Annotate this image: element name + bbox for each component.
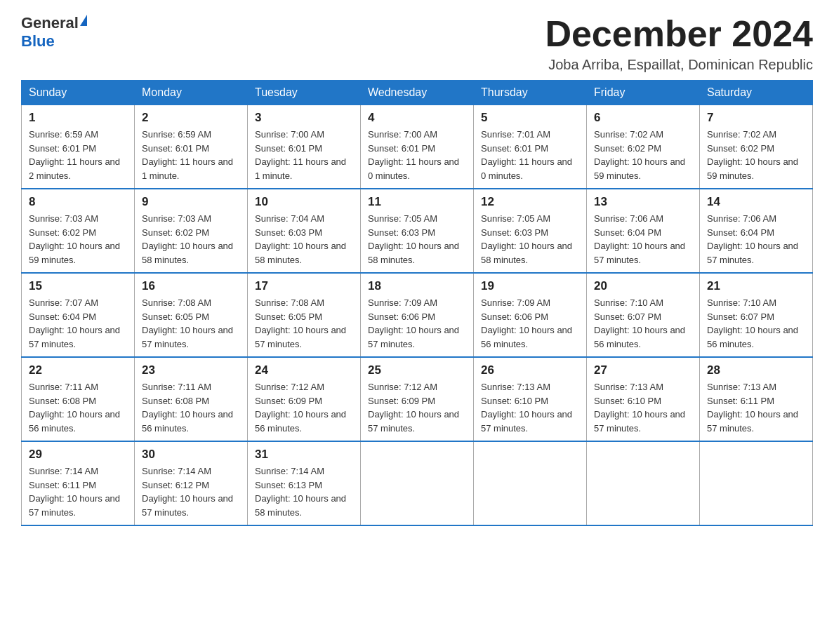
day-number: 26 bbox=[481, 363, 579, 377]
day-info: Sunrise: 7:14 AM Sunset: 6:12 PM Dayligh… bbox=[142, 464, 240, 519]
day-info: Sunrise: 7:05 AM Sunset: 6:03 PM Dayligh… bbox=[368, 212, 466, 267]
calendar-day-header: Friday bbox=[587, 81, 700, 105]
calendar-week-row: 29 Sunrise: 7:14 AM Sunset: 6:11 PM Dayl… bbox=[22, 441, 813, 525]
logo-general-text: General bbox=[21, 14, 79, 32]
day-info: Sunrise: 7:02 AM Sunset: 6:02 PM Dayligh… bbox=[707, 128, 805, 182]
calendar-week-row: 8 Sunrise: 7:03 AM Sunset: 6:02 PM Dayli… bbox=[22, 189, 813, 273]
day-number: 9 bbox=[142, 195, 240, 209]
day-number: 8 bbox=[29, 195, 127, 209]
calendar-day-header: Tuesday bbox=[248, 81, 361, 105]
day-number: 24 bbox=[255, 363, 353, 377]
logo-blue-text: Blue bbox=[21, 32, 55, 51]
day-info: Sunrise: 7:13 AM Sunset: 6:11 PM Dayligh… bbox=[707, 380, 805, 435]
day-number: 27 bbox=[594, 363, 692, 377]
calendar-day-header: Wednesday bbox=[361, 81, 474, 105]
day-number: 16 bbox=[142, 279, 240, 293]
day-number: 10 bbox=[255, 195, 353, 209]
day-number: 28 bbox=[707, 363, 805, 377]
day-number: 11 bbox=[368, 195, 466, 209]
calendar-cell: 12 Sunrise: 7:05 AM Sunset: 6:03 PM Dayl… bbox=[474, 189, 587, 273]
day-number: 5 bbox=[481, 111, 579, 125]
calendar-cell: 2 Sunrise: 6:59 AM Sunset: 6:01 PM Dayli… bbox=[135, 105, 248, 189]
calendar-cell: 15 Sunrise: 7:07 AM Sunset: 6:04 PM Dayl… bbox=[22, 273, 135, 357]
calendar-cell bbox=[474, 441, 587, 525]
calendar-day-header: Monday bbox=[135, 81, 248, 105]
calendar-cell: 20 Sunrise: 7:10 AM Sunset: 6:07 PM Dayl… bbox=[587, 273, 700, 357]
month-title: December 2024 bbox=[545, 14, 813, 54]
day-info: Sunrise: 7:02 AM Sunset: 6:02 PM Dayligh… bbox=[594, 128, 692, 182]
title-area: December 2024 Joba Arriba, Espaillat, Do… bbox=[545, 14, 813, 73]
day-number: 17 bbox=[255, 279, 353, 293]
calendar-cell: 18 Sunrise: 7:09 AM Sunset: 6:06 PM Dayl… bbox=[361, 273, 474, 357]
page-header: General Blue December 2024 Joba Arriba, … bbox=[21, 14, 813, 73]
day-number: 15 bbox=[29, 279, 127, 293]
day-number: 21 bbox=[707, 279, 805, 293]
day-info: Sunrise: 7:10 AM Sunset: 6:07 PM Dayligh… bbox=[707, 296, 805, 351]
calendar-cell: 27 Sunrise: 7:13 AM Sunset: 6:10 PM Dayl… bbox=[587, 357, 700, 441]
day-number: 30 bbox=[142, 448, 240, 462]
day-info: Sunrise: 7:03 AM Sunset: 6:02 PM Dayligh… bbox=[29, 212, 127, 267]
day-number: 23 bbox=[142, 363, 240, 377]
day-info: Sunrise: 7:00 AM Sunset: 6:01 PM Dayligh… bbox=[255, 128, 353, 182]
calendar-cell: 8 Sunrise: 7:03 AM Sunset: 6:02 PM Dayli… bbox=[22, 189, 135, 273]
day-info: Sunrise: 7:04 AM Sunset: 6:03 PM Dayligh… bbox=[255, 212, 353, 267]
calendar-cell: 3 Sunrise: 7:00 AM Sunset: 6:01 PM Dayli… bbox=[248, 105, 361, 189]
calendar-cell: 14 Sunrise: 7:06 AM Sunset: 6:04 PM Dayl… bbox=[700, 189, 813, 273]
day-info: Sunrise: 6:59 AM Sunset: 6:01 PM Dayligh… bbox=[142, 128, 240, 182]
calendar-cell: 7 Sunrise: 7:02 AM Sunset: 6:02 PM Dayli… bbox=[700, 105, 813, 189]
day-info: Sunrise: 7:08 AM Sunset: 6:05 PM Dayligh… bbox=[142, 296, 240, 351]
day-info: Sunrise: 7:07 AM Sunset: 6:04 PM Dayligh… bbox=[29, 296, 127, 351]
calendar-cell: 21 Sunrise: 7:10 AM Sunset: 6:07 PM Dayl… bbox=[700, 273, 813, 357]
calendar-cell bbox=[700, 441, 813, 525]
calendar-cell: 16 Sunrise: 7:08 AM Sunset: 6:05 PM Dayl… bbox=[135, 273, 248, 357]
calendar-cell: 24 Sunrise: 7:12 AM Sunset: 6:09 PM Dayl… bbox=[248, 357, 361, 441]
calendar-table: SundayMondayTuesdayWednesdayThursdayFrid… bbox=[21, 80, 813, 526]
day-number: 18 bbox=[368, 279, 466, 293]
calendar-cell: 23 Sunrise: 7:11 AM Sunset: 6:08 PM Dayl… bbox=[135, 357, 248, 441]
logo-triangle-icon bbox=[80, 15, 87, 26]
day-info: Sunrise: 7:06 AM Sunset: 6:04 PM Dayligh… bbox=[594, 212, 692, 267]
day-info: Sunrise: 7:05 AM Sunset: 6:03 PM Dayligh… bbox=[481, 212, 579, 267]
day-number: 20 bbox=[594, 279, 692, 293]
day-info: Sunrise: 7:13 AM Sunset: 6:10 PM Dayligh… bbox=[594, 380, 692, 435]
calendar-week-row: 15 Sunrise: 7:07 AM Sunset: 6:04 PM Dayl… bbox=[22, 273, 813, 357]
day-info: Sunrise: 7:13 AM Sunset: 6:10 PM Dayligh… bbox=[481, 380, 579, 435]
day-info: Sunrise: 7:09 AM Sunset: 6:06 PM Dayligh… bbox=[481, 296, 579, 351]
day-number: 19 bbox=[481, 279, 579, 293]
day-info: Sunrise: 7:14 AM Sunset: 6:13 PM Dayligh… bbox=[255, 464, 353, 519]
calendar-cell: 30 Sunrise: 7:14 AM Sunset: 6:12 PM Dayl… bbox=[135, 441, 248, 525]
calendar-week-row: 22 Sunrise: 7:11 AM Sunset: 6:08 PM Dayl… bbox=[22, 357, 813, 441]
day-info: Sunrise: 6:59 AM Sunset: 6:01 PM Dayligh… bbox=[29, 128, 127, 182]
calendar-cell: 31 Sunrise: 7:14 AM Sunset: 6:13 PM Dayl… bbox=[248, 441, 361, 525]
day-info: Sunrise: 7:08 AM Sunset: 6:05 PM Dayligh… bbox=[255, 296, 353, 351]
calendar-body: 1 Sunrise: 6:59 AM Sunset: 6:01 PM Dayli… bbox=[22, 105, 813, 526]
day-info: Sunrise: 7:12 AM Sunset: 6:09 PM Dayligh… bbox=[255, 380, 353, 435]
day-info: Sunrise: 7:10 AM Sunset: 6:07 PM Dayligh… bbox=[594, 296, 692, 351]
day-number: 14 bbox=[707, 195, 805, 209]
calendar-cell: 22 Sunrise: 7:11 AM Sunset: 6:08 PM Dayl… bbox=[22, 357, 135, 441]
day-info: Sunrise: 7:14 AM Sunset: 6:11 PM Dayligh… bbox=[29, 464, 127, 519]
day-number: 6 bbox=[594, 111, 692, 125]
calendar-cell: 1 Sunrise: 6:59 AM Sunset: 6:01 PM Dayli… bbox=[22, 105, 135, 189]
calendar-week-row: 1 Sunrise: 6:59 AM Sunset: 6:01 PM Dayli… bbox=[22, 105, 813, 189]
day-info: Sunrise: 7:12 AM Sunset: 6:09 PM Dayligh… bbox=[368, 380, 466, 435]
calendar-day-header: Saturday bbox=[700, 81, 813, 105]
day-info: Sunrise: 7:11 AM Sunset: 6:08 PM Dayligh… bbox=[29, 380, 127, 435]
day-info: Sunrise: 7:09 AM Sunset: 6:06 PM Dayligh… bbox=[368, 296, 466, 351]
day-number: 29 bbox=[29, 448, 127, 462]
calendar-cell bbox=[587, 441, 700, 525]
day-info: Sunrise: 7:01 AM Sunset: 6:01 PM Dayligh… bbox=[481, 128, 579, 182]
day-info: Sunrise: 7:03 AM Sunset: 6:02 PM Dayligh… bbox=[142, 212, 240, 267]
calendar-cell: 19 Sunrise: 7:09 AM Sunset: 6:06 PM Dayl… bbox=[474, 273, 587, 357]
calendar-cell: 5 Sunrise: 7:01 AM Sunset: 6:01 PM Dayli… bbox=[474, 105, 587, 189]
day-number: 2 bbox=[142, 111, 240, 125]
logo: General Blue bbox=[21, 14, 88, 51]
calendar-cell: 13 Sunrise: 7:06 AM Sunset: 6:04 PM Dayl… bbox=[587, 189, 700, 273]
day-number: 31 bbox=[255, 448, 353, 462]
calendar-cell: 11 Sunrise: 7:05 AM Sunset: 6:03 PM Dayl… bbox=[361, 189, 474, 273]
day-info: Sunrise: 7:11 AM Sunset: 6:08 PM Dayligh… bbox=[142, 380, 240, 435]
calendar-header-row: SundayMondayTuesdayWednesdayThursdayFrid… bbox=[22, 81, 813, 105]
day-number: 4 bbox=[368, 111, 466, 125]
day-info: Sunrise: 7:06 AM Sunset: 6:04 PM Dayligh… bbox=[707, 212, 805, 267]
calendar-cell: 6 Sunrise: 7:02 AM Sunset: 6:02 PM Dayli… bbox=[587, 105, 700, 189]
